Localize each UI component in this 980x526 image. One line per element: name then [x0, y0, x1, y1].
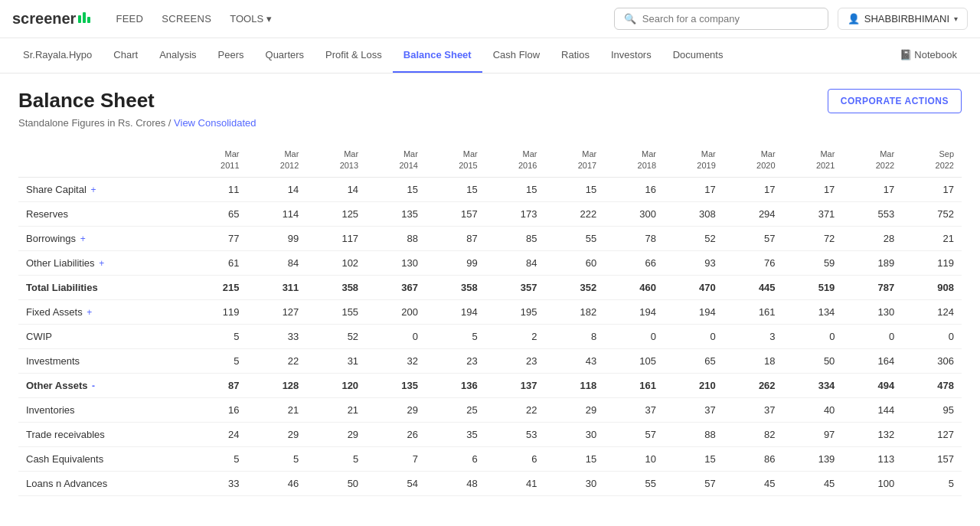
subnav-cash-flow[interactable]: Cash Flow	[482, 38, 550, 73]
subnav-analysis[interactable]: Analysis	[149, 38, 207, 73]
cell-value: 97	[783, 422, 843, 446]
cell-value: 134	[783, 299, 843, 324]
cell-value: 157	[426, 201, 485, 226]
cell-value: 87	[426, 226, 485, 250]
row-label: Share Capital +	[18, 177, 188, 201]
cell-value: 136	[426, 373, 485, 397]
row-label: Inventories	[18, 397, 188, 422]
cell-value: 23	[426, 348, 485, 373]
cell-value: 194	[664, 299, 724, 324]
cell-value: 17	[842, 177, 902, 201]
subnav-peers[interactable]: Peers	[207, 38, 255, 73]
cell-value: 125	[306, 201, 366, 226]
cell-value: 22	[485, 397, 545, 422]
col-header-mar2014: Mar2014	[366, 144, 426, 177]
cell-value: 37	[604, 397, 664, 422]
subnav-chart[interactable]: Chart	[103, 38, 149, 73]
cell-value: 445	[724, 275, 783, 299]
cell-value: 195	[485, 299, 545, 324]
nav-screens[interactable]: SCREENS	[162, 13, 211, 25]
cell-value: 139	[783, 446, 843, 471]
cell-value: 130	[842, 299, 902, 324]
cell-value: 15	[544, 177, 604, 201]
expand-plus-icon[interactable]: +	[90, 185, 96, 195]
table-row: Investments5223132232343105651850164306	[18, 348, 962, 373]
balance-sheet-table: Mar2011 Mar2012 Mar2013 Mar2014 Mar2015 …	[18, 144, 962, 496]
cell-value: 0	[902, 324, 962, 348]
cell-value: 65	[664, 348, 724, 373]
row-label: Borrowings +	[18, 226, 188, 250]
cell-value: 43	[544, 348, 604, 373]
cell-value: 117	[306, 226, 366, 250]
cell-value: 3	[724, 324, 783, 348]
row-label: Other Liabilities +	[18, 250, 188, 275]
cell-value: 17	[902, 177, 962, 201]
cell-value: 55	[544, 226, 604, 250]
table-row: Reserves65114125135157173222300308294371…	[18, 201, 962, 226]
table-row: Fixed Assets +11912715520019419518219419…	[18, 299, 962, 324]
tools-chevron-icon: ▾	[266, 13, 272, 25]
cell-value: 16	[188, 397, 247, 422]
app-logo[interactable]: screener	[12, 10, 91, 28]
subnav-balance-sheet[interactable]: Balance Sheet	[393, 38, 482, 73]
table-row: Total Liabilities21531135836735835735246…	[18, 275, 962, 299]
cell-value: 14	[247, 177, 307, 201]
search-input[interactable]	[642, 13, 818, 25]
notebook-button[interactable]: 📓 Notebook	[889, 38, 968, 73]
nav-tools[interactable]: TOOLS ▾	[230, 13, 272, 25]
col-header-mar2013: Mar2013	[306, 144, 366, 177]
expand-plus-icon[interactable]: +	[80, 234, 86, 244]
cell-value: 35	[426, 422, 485, 446]
notebook-icon: 📓	[900, 49, 912, 60]
cell-value: 460	[604, 275, 664, 299]
cell-value: 86	[724, 446, 783, 471]
subnav-investors[interactable]: Investors	[600, 38, 662, 73]
row-label: Other Assets -	[18, 373, 188, 397]
view-consolidated-link[interactable]: View Consolidated	[174, 117, 256, 129]
corporate-actions-button[interactable]: CORPORATE ACTIONS	[828, 89, 962, 113]
cell-value: 95	[902, 397, 962, 422]
cell-value: 52	[306, 324, 366, 348]
subnav-profit-loss[interactable]: Profit & Loss	[315, 38, 393, 73]
user-chevron-icon: ▾	[954, 15, 958, 23]
cell-value: 215	[188, 275, 247, 299]
cell-value: 553	[842, 201, 902, 226]
cell-value: 21	[306, 397, 366, 422]
expand-plus-icon[interactable]: +	[99, 258, 104, 269]
cell-value: 52	[664, 226, 724, 250]
user-menu[interactable]: 👤 SHABBIRBHIMANI ▾	[838, 8, 968, 30]
nav-feed[interactable]: FEED	[116, 13, 143, 25]
cell-value: 46	[247, 471, 307, 495]
expand-minus-icon[interactable]: -	[92, 381, 95, 391]
cell-value: 6	[485, 446, 545, 471]
subnav-ratios[interactable]: Ratios	[550, 38, 600, 73]
cell-value: 367	[366, 275, 426, 299]
cell-value: 294	[724, 201, 783, 226]
table-row: Trade receivables24292926355330578882971…	[18, 422, 962, 446]
cell-value: 53	[485, 422, 545, 446]
subnav-company[interactable]: Sr.Rayala.Hypo	[12, 38, 103, 73]
cell-value: 127	[902, 422, 962, 446]
cell-value: 135	[366, 201, 426, 226]
cell-value: 519	[783, 275, 843, 299]
subnav-quarters[interactable]: Quarters	[255, 38, 315, 73]
cell-value: 87	[188, 373, 247, 397]
table-row: Other Assets -87128120135136137118161210…	[18, 373, 962, 397]
cell-value: 17	[724, 177, 783, 201]
subnav-documents[interactable]: Documents	[662, 38, 734, 73]
cell-value: 5	[247, 446, 307, 471]
cell-value: 22	[247, 348, 307, 373]
cell-value: 908	[902, 275, 962, 299]
cell-value: 61	[188, 250, 247, 275]
cell-value: 155	[306, 299, 366, 324]
col-header-mar2022: Mar2022	[842, 144, 902, 177]
cell-value: 32	[366, 348, 426, 373]
cell-value: 45	[724, 471, 783, 495]
cell-value: 57	[604, 422, 664, 446]
expand-plus-icon[interactable]: +	[87, 307, 92, 318]
cell-value: 5	[188, 324, 247, 348]
search-box[interactable]: 🔍	[614, 8, 828, 30]
table-row: Loans n Advances334650544841305557454510…	[18, 471, 962, 495]
page-subtitle: Standalone Figures in Rs. Crores / View …	[18, 117, 256, 129]
col-header-mar2018: Mar2018	[604, 144, 664, 177]
